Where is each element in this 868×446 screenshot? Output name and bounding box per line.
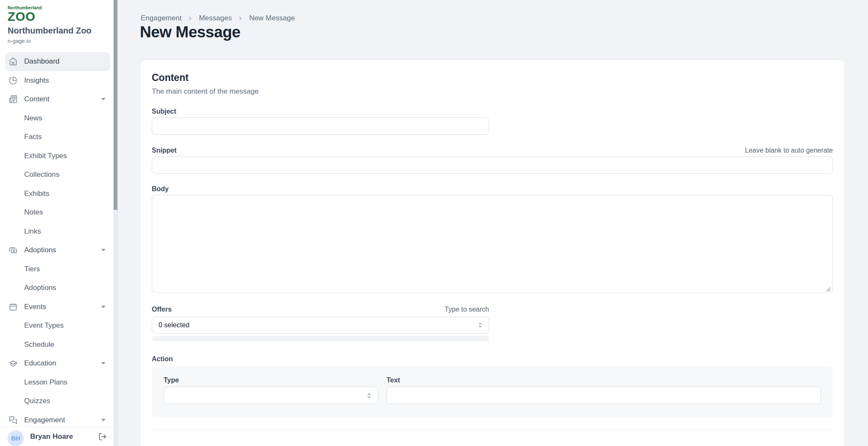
sidebar-item-event-types[interactable]: Event Types <box>5 316 110 335</box>
content-section-subheading: The main content of the message <box>152 87 833 96</box>
sidebar-item-label: Engagement <box>24 416 65 424</box>
offers-label: Offers <box>152 305 172 313</box>
organisation-domain: n-gage.io <box>8 38 114 44</box>
action-panel: Type Text <box>152 366 833 417</box>
newspaper-icon <box>9 95 17 103</box>
zoo-logo: Northumberland ZOO <box>8 6 114 23</box>
sidebar-item-news[interactable]: News <box>5 109 110 128</box>
offers-selected-summary: 0 selected <box>159 321 189 329</box>
action-heading: Action <box>152 355 833 363</box>
brand-block: Northumberland ZOO Northumberland Zoo n-… <box>0 0 114 44</box>
snippet-label: Snippet <box>152 146 177 154</box>
offers-chips-area <box>152 336 489 341</box>
action-type-select[interactable] <box>164 387 378 404</box>
calendar-icon <box>9 303 17 311</box>
chevron-down-icon <box>101 419 106 421</box>
home-icon <box>9 57 17 66</box>
offers-field-group: Offers Type to search 0 selected <box>152 305 489 341</box>
sidebar-nav: Dashboard Insights Content News Facts Ex… <box>0 52 114 429</box>
logo-text-main: ZOO <box>8 11 114 23</box>
chevron-down-icon <box>101 98 106 100</box>
sidebar-scrollbar-thumb[interactable] <box>114 0 117 210</box>
sidebar-item-education-group[interactable]: Education <box>5 354 110 373</box>
logout-icon[interactable] <box>98 432 107 441</box>
sidebar-item-schedule[interactable]: Schedule <box>5 335 110 354</box>
sidebar-item-exhibits[interactable]: Exhibits <box>5 184 110 203</box>
sidebar-item-quizzes[interactable]: Quizzes <box>5 392 110 411</box>
body-textarea[interactable] <box>152 195 833 293</box>
sidebar-item-label: Dashboard <box>24 57 59 66</box>
sidebar-item-label: Content <box>24 95 50 103</box>
action-text-group: Text <box>387 376 821 404</box>
sidebar-item-lesson-plans[interactable]: Lesson Plans <box>5 373 110 392</box>
sidebar-item-insights[interactable]: Insights <box>5 71 110 90</box>
action-text-label: Text <box>387 376 821 384</box>
unfold-chevrons-icon <box>477 322 484 329</box>
section-divider <box>152 429 833 429</box>
message-form-card: Content The main content of the message … <box>140 60 845 446</box>
page-title: New Message <box>140 23 240 41</box>
action-type-group: Type <box>164 376 378 404</box>
action-section: Action Type Text <box>152 355 833 417</box>
sidebar-item-label: Events <box>24 303 46 311</box>
sidebar-item-adoptions[interactable]: Adoptions <box>5 279 110 298</box>
main-content: Engagement Messages New Message New Mess… <box>118 0 868 446</box>
snippet-helper-text: Leave blank to auto generate <box>745 146 833 154</box>
sidebar: Northumberland ZOO Northumberland Zoo n-… <box>0 0 114 446</box>
pie-chart-icon <box>9 76 17 85</box>
sidebar-item-label: Insights <box>24 76 49 85</box>
sidebar-item-tiers[interactable]: Tiers <box>5 260 110 279</box>
breadcrumb-new-message[interactable]: New Message <box>249 14 295 22</box>
breadcrumb-engagement[interactable]: Engagement <box>141 14 181 22</box>
sidebar-item-facts[interactable]: Facts <box>5 128 110 147</box>
sidebar-item-content[interactable]: Content <box>5 90 110 109</box>
snippet-input[interactable] <box>152 156 833 174</box>
cards-icon <box>9 246 17 254</box>
content-section-heading: Content <box>152 72 833 84</box>
sidebar-item-events-group[interactable]: Events <box>5 298 110 317</box>
sidebar-scrollbar-track[interactable] <box>114 0 118 446</box>
breadcrumb: Engagement Messages New Message <box>141 14 295 22</box>
chevron-down-icon <box>101 362 106 365</box>
body-field-group: Body <box>152 185 833 293</box>
resize-grip-icon[interactable] <box>826 286 831 290</box>
graduation-cap-icon <box>9 359 17 368</box>
sidebar-item-adoptions-group[interactable]: Adoptions <box>5 241 110 260</box>
offers-select[interactable]: 0 selected <box>152 317 489 334</box>
body-label: Body <box>152 185 833 193</box>
chevron-down-icon <box>101 306 106 308</box>
sidebar-item-exhibit-types[interactable]: Exhibit Types <box>5 147 110 166</box>
action-text-input[interactable] <box>387 387 821 404</box>
sidebar-item-label: Adoptions <box>24 246 56 254</box>
user-name: Bryan Hoare <box>30 432 73 441</box>
subject-input[interactable] <box>152 117 489 135</box>
chat-bubbles-icon <box>9 416 17 424</box>
unfold-chevrons-icon <box>366 392 373 399</box>
sidebar-item-links[interactable]: Links <box>5 222 110 241</box>
user-bar: BH Bryan Hoare <box>0 426 114 446</box>
avatar: BH <box>8 430 24 446</box>
breadcrumb-messages[interactable]: Messages <box>199 14 231 22</box>
sidebar-item-dashboard[interactable]: Dashboard <box>5 52 110 71</box>
sidebar-item-collections[interactable]: Collections <box>5 165 110 184</box>
chevron-down-icon <box>101 249 106 251</box>
chevron-right-icon <box>237 15 244 22</box>
snippet-field-group: Snippet Leave blank to auto generate <box>152 146 833 174</box>
sidebar-item-label: Education <box>24 359 56 368</box>
offers-helper-text: Type to search <box>445 305 489 313</box>
action-type-label: Type <box>164 376 378 384</box>
organisation-name: Northumberland Zoo <box>8 26 114 36</box>
sidebar-item-notes[interactable]: Notes <box>5 203 110 222</box>
subject-label: Subject <box>152 107 489 115</box>
chevron-right-icon <box>187 15 193 22</box>
subject-field-group: Subject <box>152 107 489 135</box>
